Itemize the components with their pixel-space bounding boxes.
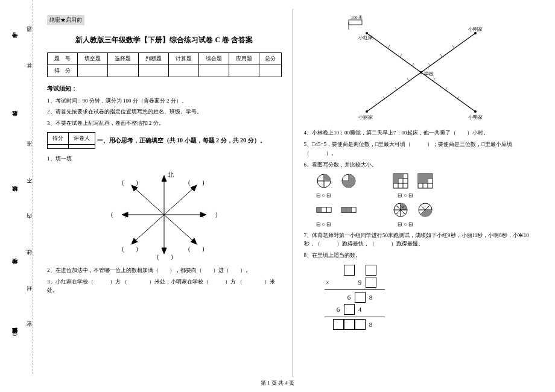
grader-name: 评卷人 (69, 133, 95, 145)
score-table: 题 号 填空题 选择题 判断题 计算题 综合题 应用题 总分 得 分 (47, 52, 282, 77)
notes-title: 考试须知： (47, 84, 282, 93)
svg-text:小明家: 小明家 (468, 115, 483, 120)
bar-fraction-icon (341, 202, 357, 218)
svg-rect-67 (428, 174, 433, 179)
circle-fraction-icon (341, 173, 357, 189)
svg-text:(　　): ( ) (201, 211, 218, 218)
svg-rect-69 (423, 179, 428, 183)
fraction-row-1 (316, 173, 539, 189)
svg-line-23 (412, 63, 414, 66)
svg-point-33 (420, 71, 422, 74)
bar-fraction-icon (316, 202, 332, 218)
svg-rect-68 (418, 179, 423, 183)
grid-fraction-icon (417, 173, 433, 189)
grader-table: 得分 评卷人 (47, 132, 95, 149)
question-6: 6、看图写分数，并比较大小。 (304, 160, 539, 169)
svg-rect-77 (341, 207, 346, 212)
svg-rect-58 (398, 174, 403, 179)
svg-text:小丽家: 小丽家 (358, 115, 373, 120)
score-header: 计算题 (168, 53, 198, 65)
section1-title: 一、用心思考，正确填空（共 10 小题，每题 2 分，共 20 分）。 (97, 137, 266, 144)
question-8: 8、在里填上适当的数。 (304, 251, 539, 259)
question-1: 1、填一填. (47, 154, 282, 163)
svg-line-27 (452, 45, 454, 48)
circle-fraction-icon (417, 202, 433, 218)
svg-text:小红家: 小红家 (358, 35, 373, 40)
svg-rect-66 (423, 174, 428, 179)
table-row: 得 分 (48, 65, 282, 77)
svg-marker-4 (162, 175, 166, 182)
svg-rect-59 (393, 179, 398, 183)
grid-fraction-icon (393, 173, 408, 189)
question-2: 2、在进位加法中，不管哪一位上的数相加满（ ），都要向（ ）进（ ）。 (47, 266, 282, 274)
exam-title: 新人教版三年级数学【下册】综合练习试卷 C 卷 含答案 (47, 35, 282, 45)
svg-point-34 (366, 32, 368, 34)
binding-margin: 乡镇（街道） 学校 班级 姓名 学号 密 封 线 内 不 准 答 题 (0, 0, 33, 374)
svg-line-30 (407, 78, 409, 81)
svg-text:学校: 学校 (424, 71, 434, 77)
circle-fraction-icon (316, 173, 332, 189)
svg-point-36 (366, 110, 368, 113)
score-header: 选择题 (108, 53, 138, 65)
confidential-tag: 绝密★启用前 (47, 15, 84, 25)
svg-rect-78 (346, 207, 351, 212)
svg-point-35 (474, 32, 477, 34)
compass-diagram: 北 ( ) ( ) ( ) ( ) ( ) ( ) ( ) (110, 169, 218, 260)
svg-line-29 (428, 63, 430, 66)
svg-line-21 (388, 45, 390, 48)
fraction-compare-2: ⊟ ○ ⊟ ⊟ ○ ⊟ (316, 221, 539, 227)
fraction-compare-1: ⊟ ○ ⊟ ⊟ ○ ⊟ (316, 192, 539, 198)
svg-point-37 (474, 110, 477, 113)
score-header: 题 号 (48, 53, 78, 65)
svg-rect-43 (349, 20, 362, 25)
compass-north: 北 (168, 171, 174, 178)
left-column: 绝密★启用前 新人教版三年级数学【下册】综合练习试卷 C 卷 含答案 题 号 填… (36, 9, 293, 377)
svg-text:小刚家: 小刚家 (468, 27, 483, 32)
note-item: 1、考试时间：90 分钟，满分为 100 分（含卷面分 2 分）。 (47, 96, 282, 105)
question-7: 7、体育老师对第一小组同学进行50米跑测试，成绩如下小红9秒，小丽11秒，小明8… (304, 231, 539, 248)
question-4: 4、小林晚上10：00睡觉，第二天早上7：00起床，他一共睡了（ ）小时。 (304, 128, 539, 137)
svg-text:(　　): ( ) (111, 211, 127, 218)
svg-line-24 (433, 78, 435, 81)
svg-rect-57 (393, 174, 398, 179)
question-3: 3、小红家在学校（ ）方 （ ）米处；小明家在学校（ ）方 （ ）米处。 (47, 277, 282, 295)
svg-rect-73 (316, 207, 321, 212)
multiplication-grid: ×9 68 64 8 (322, 265, 539, 330)
score-header: 总分 (259, 53, 281, 65)
svg-text:(　　): ( ) (188, 179, 205, 186)
svg-text:100 米: 100 米 (351, 15, 363, 20)
svg-line-28 (440, 54, 442, 57)
score-header: 综合题 (198, 53, 229, 65)
table-row: 题 号 填空题 选择题 判断题 计算题 综合题 应用题 总分 (48, 53, 282, 65)
score-header: 判断题 (138, 53, 168, 65)
circle-fraction-icon (393, 202, 408, 218)
fraction-row-2 (316, 202, 539, 218)
svg-text:(　　): ( ) (188, 245, 205, 253)
svg-text:(　　): ( ) (157, 253, 173, 260)
score-header: 填空题 (78, 53, 108, 65)
svg-text:(　　): ( ) (122, 179, 138, 186)
page-container: 绝密★启用前 新人教版三年级数学【下册】综合练习试卷 C 卷 含答案 题 号 填… (36, 9, 549, 377)
score-label: 得 分 (48, 65, 78, 77)
score-header: 应用题 (229, 53, 259, 65)
note-item: 3、不要在试卷上乱写乱画，卷面不整洁扣 2 分。 (47, 119, 282, 127)
svg-line-22 (400, 54, 402, 57)
page-footer: 第 1 页 共 4 页 (0, 379, 555, 387)
road-map-diagram: 学校 小红家 小刚家 小丽家 小明家 100 米 (337, 15, 506, 124)
svg-text:(　　): ( ) (122, 245, 138, 253)
grader-score: 得分 (48, 133, 69, 145)
svg-rect-65 (418, 174, 423, 179)
question-5: 5、□45÷5，要使商是两位数，□里最大可填（ ）；要使商是三位数，□里最小应填… (304, 140, 539, 157)
right-column: 学校 小红家 小刚家 小丽家 小明家 100 米 4、小林晚上10：00睡觉，第… (293, 9, 550, 377)
note-item: 2、请首先按要求在试卷的指定位置填写您的姓名、班级、学号。 (47, 107, 282, 116)
